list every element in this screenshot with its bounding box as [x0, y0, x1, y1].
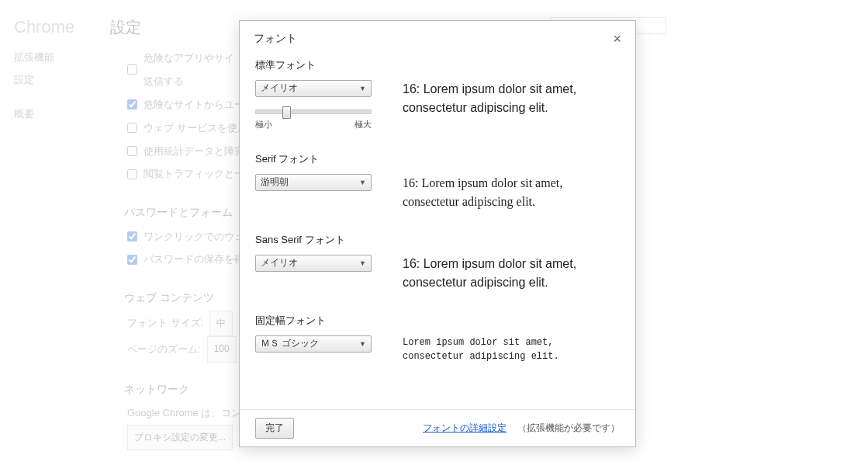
advanced-font-link[interactable]: フォントの詳細設定 [423, 422, 507, 435]
footer-note: （拡張機能が必要です） [517, 422, 620, 435]
dialog-title: フォント [254, 32, 297, 46]
font-dialog: フォント × 標準フォント メイリオ 極小極大 16: Lorem ipsum … [239, 20, 636, 447]
mono-font-preview: Lorem ipsum dolor sit amet, consectetur … [403, 335, 612, 363]
font-size-slider[interactable] [255, 109, 372, 114]
standard-font-preview: 16: Lorem ipsum dolor sit amet, consecte… [403, 80, 612, 117]
sans-font-select[interactable]: メイリオ [255, 255, 372, 272]
dialog-body: 標準フォント メイリオ 極小極大 16: Lorem ipsum dolor s… [240, 54, 635, 409]
sans-font-preview: 16: Lorem ipsum dolor sit amet, consecte… [403, 255, 612, 292]
sans-font-label: Sans Serif フォント [255, 233, 620, 247]
standard-font-label: 標準フォント [255, 58, 620, 72]
standard-font-select[interactable]: メイリオ [255, 80, 372, 97]
slider-min-label: 極小 [255, 119, 272, 130]
serif-font-label: Serif フォント [255, 152, 620, 166]
close-icon[interactable]: × [613, 32, 621, 46]
slider-thumb[interactable] [282, 106, 291, 119]
serif-font-select[interactable]: 游明朝 [255, 174, 372, 191]
mono-font-select[interactable]: ＭＳ ゴシック [255, 335, 372, 353]
serif-font-preview: 16: Lorem ipsum dolor sit amet, consecte… [403, 174, 612, 211]
mono-font-label: 固定幅フォント [255, 314, 620, 328]
done-button[interactable]: 完了 [255, 418, 294, 439]
slider-max-label: 極大 [354, 119, 372, 130]
